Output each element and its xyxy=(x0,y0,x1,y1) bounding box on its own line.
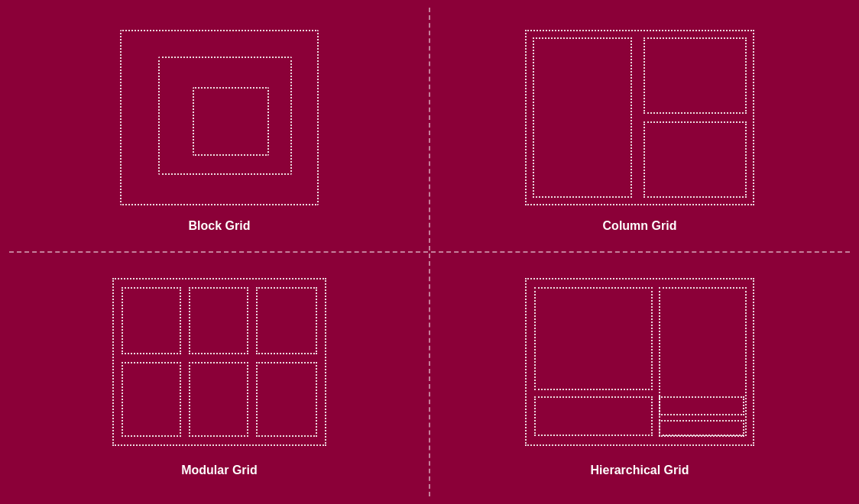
main-container: Block Grid Column Grid xyxy=(9,8,850,496)
hier-grid-container xyxy=(525,278,754,446)
block-grid-label: Block Grid xyxy=(189,219,251,237)
mod-cell-r0c1 xyxy=(189,287,248,354)
modular-grid-quadrant: Modular Grid xyxy=(9,252,430,496)
hier-bottom-left-box xyxy=(534,396,653,436)
hier-small-box-2 xyxy=(659,420,744,437)
hier-small-box-1 xyxy=(659,396,744,415)
col-right-bottom-box xyxy=(643,121,747,198)
column-grid-container xyxy=(525,30,754,205)
mod-cell-r1c0 xyxy=(122,362,181,437)
block-grid-quadrant: Block Grid xyxy=(9,8,430,252)
mod-cell-r1c1 xyxy=(189,362,248,437)
hierarchical-grid-quadrant: Hierarchical Grid xyxy=(430,252,850,496)
block-grid-diagram xyxy=(32,23,407,212)
mod-cell-r0c0 xyxy=(122,287,181,354)
block-inner-box xyxy=(193,87,269,156)
mod-cell-r1c2 xyxy=(256,362,317,437)
modular-grid-label: Modular Grid xyxy=(181,464,258,481)
hierarchical-grid-label: Hierarchical Grid xyxy=(591,464,689,481)
column-grid-label: Column Grid xyxy=(603,219,677,237)
modular-grid-container xyxy=(112,278,326,446)
hier-top-left-box xyxy=(534,287,653,390)
column-grid-diagram xyxy=(452,23,827,212)
column-grid-quadrant: Column Grid xyxy=(430,8,850,252)
hierarchical-grid-diagram xyxy=(452,267,827,456)
modular-grid-diagram xyxy=(32,267,407,456)
col-left-box xyxy=(533,37,632,198)
block-grid-container xyxy=(120,30,319,205)
mod-cell-r0c2 xyxy=(256,287,317,354)
col-right-top-box xyxy=(643,37,747,114)
